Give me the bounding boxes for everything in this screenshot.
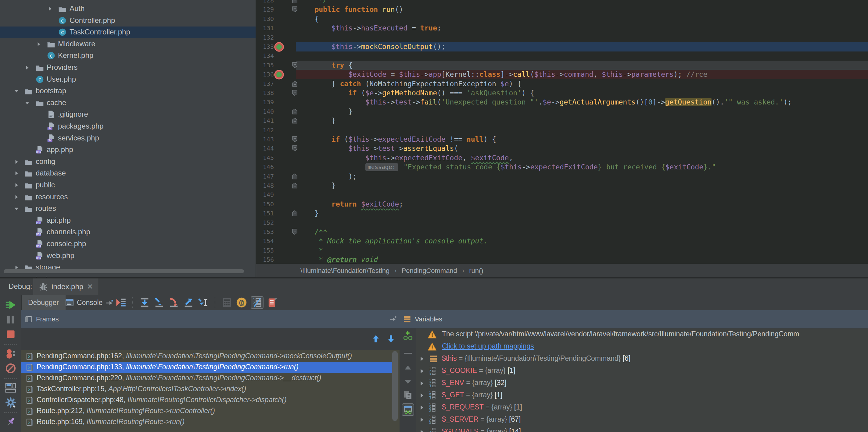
fold-start-icon[interactable] <box>292 90 298 97</box>
project-tree-panel[interactable]: AuthcController.phpcTaskController.phpMi… <box>0 0 255 278</box>
expand-icon[interactable] <box>419 417 425 423</box>
breadcrumb[interactable]: \Illuminate\Foundation\Testing›PendingCo… <box>256 264 868 277</box>
line-number[interactable]: 146 <box>256 162 274 172</box>
line-number[interactable]: 128 <box>256 0 274 5</box>
fold-start-icon[interactable] <box>292 229 298 235</box>
line-number[interactable]: 136 <box>256 70 274 79</box>
line-number[interactable]: 131 <box>256 24 274 33</box>
chevron-down-icon[interactable] <box>24 100 30 106</box>
fold-end-icon[interactable] <box>292 173 298 180</box>
frames-scrollbar[interactable] <box>392 351 398 421</box>
expand-icon[interactable] <box>419 356 425 362</box>
chevron-right-icon[interactable] <box>24 65 30 70</box>
fold-end-icon[interactable] <box>292 210 298 217</box>
expand-icon[interactable] <box>419 380 425 386</box>
path-mappings-link[interactable]: Click to set up path mappings <box>442 342 534 351</box>
line-number[interactable]: 129 <box>256 5 274 14</box>
mute-breakpoints-icon[interactable] <box>5 363 16 374</box>
tree-item[interactable]: config <box>0 156 255 168</box>
line-number[interactable]: 149 <box>256 190 274 200</box>
tree-item[interactable]: cUser.php <box>0 74 255 85</box>
line-number[interactable]: 137 <box>256 79 274 89</box>
frame-row[interactable]: PendingCommand.php:220, Illuminate\Found… <box>21 373 392 384</box>
line-number[interactable]: 134 <box>256 51 274 61</box>
view-breakpoints-icon[interactable] <box>5 348 16 359</box>
tree-item[interactable]: phpservices.php <box>0 133 255 144</box>
fold-end-icon[interactable] <box>292 117 298 124</box>
breakpoint-icon[interactable] <box>274 69 284 80</box>
frame-row[interactable]: ControllerDispatcher.php:48, Illuminate\… <box>21 395 392 406</box>
chevron-down-icon[interactable] <box>14 206 19 211</box>
line-number[interactable]: 150 <box>256 200 274 209</box>
line-number[interactable]: 140 <box>256 107 274 117</box>
tree-horizontal-scrollbar[interactable] <box>4 269 244 273</box>
fold-start-icon[interactable] <box>292 145 298 152</box>
fold-end-icon[interactable] <box>292 182 298 189</box>
fold-start-icon[interactable] <box>292 6 298 13</box>
variables-panel[interactable]: The script '/private/var/html/www/lavare… <box>416 328 868 432</box>
line-number[interactable]: 155 <box>256 246 274 255</box>
thread-dump-icon[interactable] <box>267 297 278 308</box>
close-icon[interactable]: ✕ <box>87 283 93 291</box>
variable-row[interactable]: 123$_ENV = {array} [32] <box>416 377 868 389</box>
frame-row[interactable]: Route.php:169, Illuminate\Routing\Route-… <box>21 417 392 428</box>
variable-row[interactable]: 123$_REQUEST = {array} [1] <box>416 402 868 414</box>
fold-end-icon[interactable] <box>292 108 298 115</box>
variables-header[interactable]: Variables <box>400 310 868 328</box>
breadcrumb-item[interactable]: run() <box>469 267 483 274</box>
jump-to-source-icon[interactable] <box>389 315 397 323</box>
tree-item[interactable]: bootstrap <box>0 85 255 97</box>
variable-row[interactable]: 123$_SERVER = {array} [67] <box>416 414 868 426</box>
line-number[interactable]: 142 <box>256 126 274 135</box>
chevron-right-icon[interactable] <box>14 182 19 188</box>
resume-program-icon[interactable] <box>5 299 16 310</box>
jump-to-output-icon[interactable] <box>105 299 114 306</box>
line-number[interactable]: 130 <box>256 14 274 24</box>
line-number[interactable]: 145 <box>256 153 274 163</box>
chevron-down-icon[interactable] <box>14 88 19 94</box>
line-number[interactable]: 139 <box>256 98 274 107</box>
frames-panel[interactable]: PendingCommand.php:162, Illuminate\Found… <box>21 328 400 432</box>
line-number[interactable]: 152 <box>256 218 274 228</box>
evaluate-expression-icon[interactable] <box>221 297 232 308</box>
line-number[interactable]: 133 <box>256 42 274 52</box>
chevron-right-icon[interactable] <box>14 194 19 200</box>
frame-row[interactable]: TaskController.php:15, App\Http\Controll… <box>21 384 392 395</box>
tree-item[interactable]: database <box>0 168 255 179</box>
tree-item[interactable]: public <box>0 179 255 191</box>
tree-item[interactable]: cache <box>0 97 255 109</box>
tree-item[interactable]: phpconsole.php <box>0 238 255 250</box>
step-over-icon[interactable] <box>139 297 150 308</box>
tree-item[interactable]: phpchannels.php <box>0 226 255 238</box>
variable-row[interactable]: 123$_COOKIE = {array} [1] <box>416 365 868 377</box>
line-number[interactable]: 148 <box>256 181 274 190</box>
line-number[interactable]: 138 <box>256 88 274 98</box>
breadcrumb-item[interactable]: PendingCommand <box>402 267 457 274</box>
tree-item[interactable]: Providers <box>0 62 255 73</box>
expand-icon[interactable] <box>419 368 425 374</box>
tree-item[interactable]: phppackages.php <box>0 121 255 132</box>
step-out-icon[interactable] <box>183 297 194 308</box>
tree-item[interactable]: phpapp.php <box>0 144 255 156</box>
expand-icon[interactable] <box>419 392 425 398</box>
quick-evaluate-icon[interactable]: @ <box>236 297 247 308</box>
frame-row[interactable]: Route.php:212, Illuminate\Routing\Route-… <box>21 406 392 417</box>
stop-program-icon[interactable] <box>5 329 16 340</box>
breakpoint-icon[interactable] <box>274 42 284 52</box>
show-watches-icon[interactable] <box>402 403 414 416</box>
tree-item[interactable]: routes <box>0 203 255 214</box>
breadcrumb-item[interactable]: \Illuminate\Foundation\Testing <box>301 267 390 274</box>
tree-item[interactable]: cController.php <box>0 15 255 27</box>
chevron-right-icon[interactable] <box>14 171 19 176</box>
line-number[interactable]: 144 <box>256 144 274 153</box>
expand-icon[interactable] <box>419 405 425 411</box>
line-number[interactable]: 135 <box>256 61 274 70</box>
thread-selector-row[interactable] <box>21 328 400 351</box>
tree-item[interactable]: .gitignore <box>0 109 255 120</box>
tree-item[interactable]: phpweb.php <box>0 250 255 262</box>
fold-end-icon[interactable] <box>292 0 298 4</box>
pin-tab-icon[interactable] <box>5 417 16 427</box>
frames-header[interactable]: Frames <box>21 310 400 328</box>
add-watch-icon[interactable] <box>403 331 413 341</box>
line-number[interactable]: 154 <box>256 236 274 246</box>
